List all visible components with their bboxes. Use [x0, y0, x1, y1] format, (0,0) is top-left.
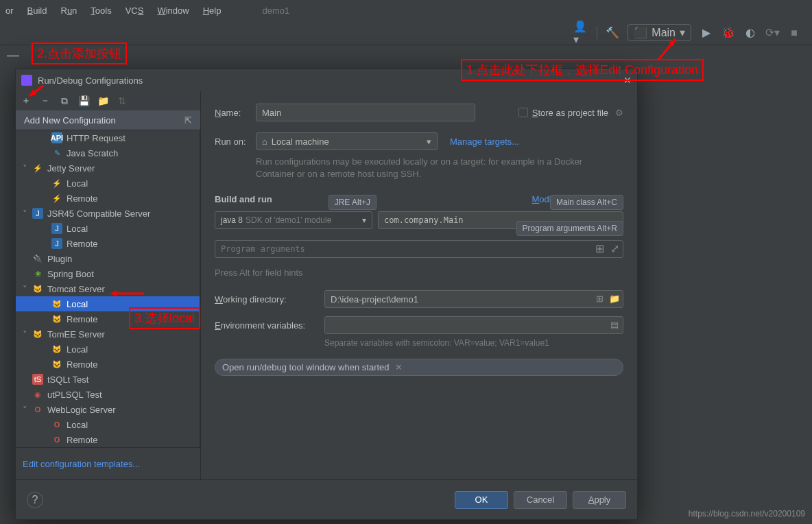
run-glyph-icon: ⬛ [634, 26, 647, 39]
run-debug-dialog: Run/Debug Configurations ✕ ＋ － ⧉ 💾 📁 ⇅ A… [15, 69, 638, 520]
chevron-down-icon: ▾ [362, 215, 366, 225]
jre-rest: SDK of 'demo1' module [246, 215, 331, 225]
menu-item[interactable]: or [5, 5, 14, 16]
chevron-icon: ⇱ [184, 115, 192, 126]
edit-templates-link[interactable]: Edit configuration templates... [23, 459, 140, 469]
copy-icon[interactable]: ⧉ [58, 95, 71, 107]
runon-select[interactable]: ⌂ Local machine ▾ [256, 132, 438, 150]
name-input[interactable] [256, 104, 475, 121]
home-icon: ⌂ [262, 136, 267, 147]
help-icon[interactable]: ? [27, 492, 43, 508]
tree-item-tomcat-server[interactable]: ˅🐱Tomcat Server [16, 281, 200, 296]
envvar-hint: Separate variables with semicolon: VAR=v… [324, 338, 623, 348]
browse-folder-icon[interactable]: 📁 [608, 292, 621, 305]
user-icon[interactable]: 👤▾ [573, 25, 590, 41]
chevron-down-icon: ▾ [427, 136, 431, 147]
annotation-2: 2.点击添加按钮 [32, 43, 127, 64]
menu-tools[interactable]: Tools [91, 5, 111, 16]
tree-item-local[interactable]: JLocal [16, 221, 200, 236]
project-name: demo1 [262, 5, 289, 16]
expand-icon[interactable]: ⊞ [593, 242, 606, 254]
option-pill[interactable]: Open run/debug tool window when started … [215, 359, 623, 376]
play-icon[interactable]: ▶ [698, 25, 715, 41]
tree-item-java-scratch[interactable]: ✎Java Scratch [16, 145, 200, 160]
build-run-label: Build and run [215, 194, 272, 204]
add-new-config-label: Add New Configuration [24, 115, 116, 126]
edit-templates-row: Edit configuration templates... [16, 448, 200, 479]
fullscreen-icon[interactable]: ⤢ [608, 242, 621, 254]
tree-item-weblogic-server[interactable]: ˅OWebLogic Server [16, 402, 200, 417]
folder-icon[interactable]: 📁 [97, 95, 109, 107]
program-arguments-input[interactable] [215, 240, 623, 258]
menu-vcs[interactable]: VCS [126, 5, 144, 16]
config-right-panel: Name: Store as project file ⚙ Run on: ⌂ … [201, 91, 637, 479]
tree-item-jetty-server[interactable]: ˅⚡Jetty Server [16, 160, 200, 176]
cancel-button[interactable]: Cancel [514, 491, 567, 509]
workdir-input[interactable] [324, 290, 623, 308]
store-project-label: Store as project file [532, 108, 608, 118]
tree-item-local[interactable]: ⚡Local [16, 176, 200, 191]
mainclass-tooltip: Main class Alt+C [550, 195, 623, 210]
save-icon[interactable]: 💾 [77, 95, 90, 107]
tree-item-remote[interactable]: ⚡Remote [16, 191, 200, 206]
tree-item-plugin[interactable]: 🔌Plugin [16, 251, 200, 266]
manage-targets-link[interactable]: Manage targets... [450, 136, 519, 147]
runon-hint: Run configurations may be executed local… [256, 156, 623, 180]
tree-item-tsqlt-test[interactable]: tStSQLt Test [16, 372, 200, 387]
tree-item-spring-boot[interactable]: ❀Spring Boot [16, 266, 200, 281]
tree-item-jsr45-compatible-server[interactable]: ˅JJSR45 Compatible Server [16, 206, 200, 221]
watermark: https://blog.csdn.net/v20200109 [689, 509, 805, 519]
main-toolbar: 👤▾ 🔨 ⬛ Main ▾ ▶ 🐞 ◐ ⟳▾ ■ [0, 21, 812, 45]
coverage-icon[interactable]: ◐ [742, 25, 759, 41]
runon-label: Run on: [215, 136, 256, 147]
annotation-3: 3.选择local [129, 307, 200, 329]
gear-icon[interactable]: ⚙ [615, 108, 623, 118]
jre-select[interactable]: java 8 SDK of 'demo1' module ▾ [215, 211, 372, 229]
svg-marker-5 [110, 291, 117, 296]
profile-icon[interactable]: ⟳▾ [764, 25, 780, 41]
menu-bar: or Build Run Tools VCS Window Help demo1 [0, 0, 812, 21]
menu-help[interactable]: Help [203, 5, 222, 16]
separator [597, 26, 597, 40]
tree-item-local[interactable]: OLocal [16, 417, 200, 432]
apply-button[interactable]: Apply [573, 491, 626, 509]
annotation-1: 1.点击此处下拉框，选择Edit Configuration [461, 59, 704, 81]
dialog-title-text: Run/Debug Configurations [38, 75, 143, 86]
debug-icon[interactable]: 🐞 [720, 25, 737, 41]
list-icon[interactable]: ▤ [608, 318, 621, 331]
tree-item-http-request[interactable]: APIHTTP Request [16, 130, 200, 145]
sort-icon[interactable]: ⇅ [116, 95, 128, 107]
config-left-panel: ＋ － ⧉ 💾 📁 ⇅ Add New Configuration ⇱ APIH… [16, 91, 201, 479]
name-label: Name: [215, 108, 256, 118]
jre-tooltip: JRE Alt+J [329, 195, 377, 210]
arrow-icon [26, 82, 47, 103]
alt-hint: Press Alt for field hints [215, 267, 623, 278]
envvar-input[interactable] [324, 316, 623, 334]
minimize-icon[interactable]: — [7, 48, 19, 62]
tree-item-utplsql-test[interactable]: ◉utPLSQL Test [16, 387, 200, 402]
runon-value: Local machine [272, 136, 329, 147]
tree-item-remote[interactable]: JRemote [16, 236, 200, 251]
tree-item-remote[interactable]: 🐱Remote [16, 357, 200, 372]
workdir-label: Working directory: [215, 294, 324, 305]
menu-build[interactable]: Build [27, 5, 47, 16]
store-project-checkbox[interactable] [518, 108, 528, 117]
dialog-footer: ? OK Cancel Apply [16, 479, 637, 519]
menu-run[interactable]: Run [60, 5, 77, 16]
envvar-label: Environment variables: [215, 320, 324, 331]
menu-window[interactable]: Window [157, 5, 189, 16]
arrow-icon [110, 289, 144, 298]
pill-label: Open run/debug tool window when started [222, 362, 390, 372]
tree-item-local[interactable]: 🐱Local [16, 342, 200, 357]
config-tree[interactable]: APIHTTP Request✎Java Scratch˅⚡Jetty Serv… [16, 130, 200, 448]
progargs-tooltip: Program arguments Alt+R [516, 221, 623, 236]
tree-item-remote[interactable]: ORemote [16, 432, 200, 447]
hammer-icon[interactable]: 🔨 [604, 25, 621, 41]
inline-icon[interactable]: ⊞ [593, 292, 606, 305]
ok-button[interactable]: OK [455, 491, 508, 509]
jre-value: java 8 [221, 215, 243, 225]
add-new-config-header[interactable]: Add New Configuration ⇱ [16, 110, 200, 130]
pill-close-icon[interactable]: ✕ [395, 362, 403, 372]
stop-icon[interactable]: ■ [786, 25, 802, 41]
